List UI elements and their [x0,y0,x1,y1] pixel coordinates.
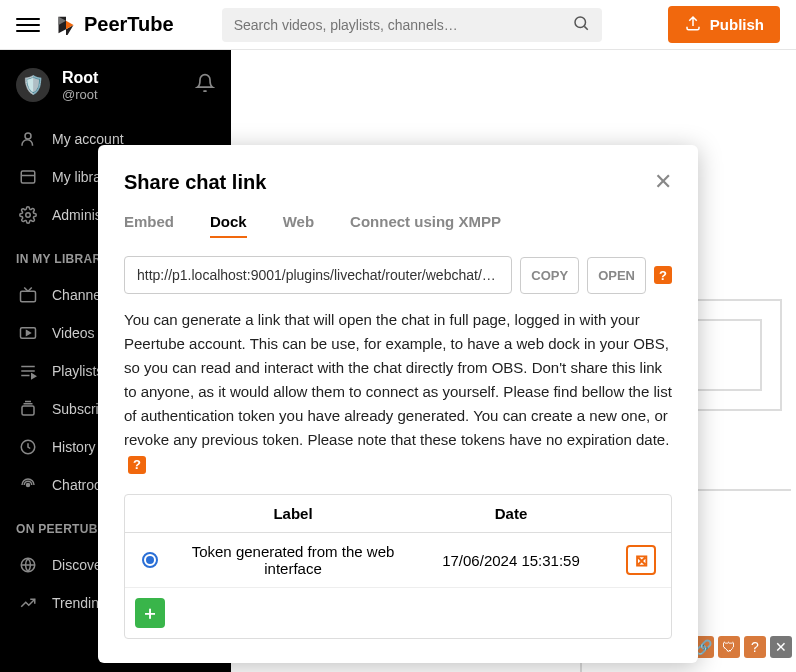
video-icon [18,324,38,342]
nav-label: History [52,439,96,455]
search-box[interactable] [222,8,602,42]
playlist-icon [18,362,38,380]
subscription-icon [18,400,38,418]
broadcast-icon [18,476,38,494]
table-row: Token generated from the web interface 1… [125,533,671,588]
help-icon[interactable]: ? [128,456,146,474]
th-label: Label [175,495,411,532]
user-handle: @root [62,87,183,102]
app-name: PeerTube [84,13,174,36]
menu-toggle[interactable] [16,13,40,37]
help-icon[interactable]: ? [744,636,766,658]
library-icon [18,168,38,186]
svg-point-0 [575,17,586,28]
upload-icon [684,14,702,35]
user-block[interactable]: 🛡️ Root @root [0,50,231,120]
modal-title: Share chat link [124,171,266,194]
bell-icon[interactable] [195,73,215,97]
tab-web[interactable]: Web [283,213,314,238]
svg-point-5 [26,213,31,218]
tab-embed[interactable]: Embed [124,213,174,238]
share-chat-modal: Share chat link ✕ EmbedDockWebConnect us… [98,145,698,663]
radio-select-token[interactable] [142,552,158,568]
svg-rect-3 [21,171,35,183]
svg-point-17 [27,484,30,487]
tab-connect-using-xmpp[interactable]: Connect using XMPP [350,213,501,238]
search-input[interactable] [234,17,572,33]
logo[interactable]: PeerTube [56,13,174,36]
open-button[interactable]: OPEN [587,257,646,294]
th-date: Date [411,495,611,532]
share-url-input[interactable]: http://p1.localhost:9001/plugins/livecha… [124,256,512,294]
user-name: Root [62,69,183,87]
nav-label: Playlists [52,363,103,379]
token-date: 17/06/2024 15:31:59 [411,542,611,579]
publish-button[interactable]: Publish [668,6,780,43]
tab-dock[interactable]: Dock [210,213,247,238]
avatar: 🛡️ [16,68,50,102]
globe-icon [18,556,38,574]
close-overlay-icon[interactable]: ✕ [770,636,792,658]
trending-icon [18,594,38,612]
overlay-toolbar: 🔗 🛡 ? ✕ [692,636,792,658]
svg-marker-8 [27,331,31,336]
shield-icon[interactable]: 🛡 [718,636,740,658]
svg-rect-13 [22,406,34,415]
svg-point-2 [25,133,31,139]
modal-description: You can generate a link that will open t… [124,308,672,476]
user-icon [18,130,38,148]
svg-rect-6 [21,291,36,302]
help-icon[interactable]: ? [654,266,672,284]
delete-token-button[interactable]: ⊠ [626,545,656,575]
publish-label: Publish [710,16,764,33]
svg-line-1 [584,26,587,29]
peertube-logo-icon [56,15,76,35]
add-token-button[interactable]: ＋ [135,598,165,628]
token-label: Token generated from the web interface [175,533,411,587]
nav-label: Videos [52,325,95,341]
svg-marker-12 [32,374,36,379]
search-icon[interactable] [572,14,590,36]
copy-button[interactable]: COPY [520,257,579,294]
tv-icon [18,286,38,304]
gear-icon [18,206,38,224]
close-icon[interactable]: ✕ [654,169,672,195]
history-icon [18,438,38,456]
token-table: Label Date Token generated from the web … [124,494,672,639]
